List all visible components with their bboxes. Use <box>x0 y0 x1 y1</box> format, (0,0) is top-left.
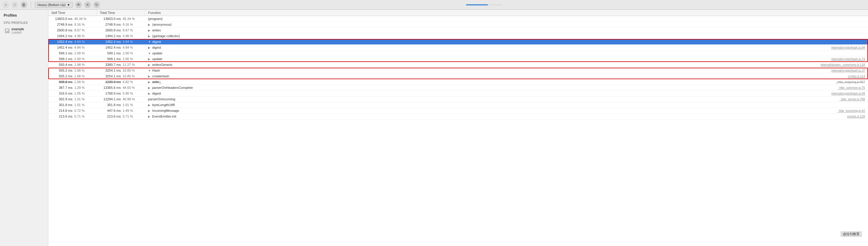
content-area: Self Time Total Time Function 13603.0 ms… <box>48 10 868 246</box>
function-label: (garbage collector) <box>152 34 180 38</box>
cell-function: ▶writev <box>145 28 868 33</box>
cell-total-time: 3254.1 ms10.85 % <box>97 68 145 73</box>
function-name: ▶writev <box>148 28 161 32</box>
cell-self-time: 2600.8 ms8.67 % <box>48 28 97 33</box>
expand-arrow-icon[interactable]: ▶ <box>148 115 151 118</box>
source-url[interactable]: internal/crypto/hash.js:94 <box>832 92 865 95</box>
function-label: parserOnHeadersComplete <box>152 86 193 89</box>
table-row[interactable]: 1452.4 ms4.84 %1452.4 ms4.84 %▶digestint… <box>48 45 868 51</box>
source-url[interactable]: _http_common.js:75 <box>838 86 865 89</box>
expand-arrow-icon[interactable]: ▶ <box>148 75 151 78</box>
function-label: update <box>152 57 162 61</box>
function-label: update <box>152 51 162 55</box>
table-row[interactable]: 2600.8 ms8.67 %2600.8 ms8.67 %▶writev <box>48 28 868 33</box>
cell-total-time: 13603.0 ms45.34 % <box>97 16 145 22</box>
function-name: ▶IncomingMessage <box>148 109 179 113</box>
table-row[interactable]: 505.2 ms1.68 %3254.1 ms10.85 %▶createHas… <box>48 73 868 79</box>
table-row[interactable]: 505.2 ms1.68 %3254.1 ms10.85 %▼Hashinter… <box>48 68 868 73</box>
source-url[interactable]: internal/stream...commons.js:118 <box>820 63 865 66</box>
profile-icon: 📊 <box>5 28 10 33</box>
table-row[interactable]: 387.7 ms1.29 %13365.6 ms44.55 %▶parserOn… <box>48 85 868 91</box>
record-button[interactable]: ● <box>2 1 9 8</box>
table-row[interactable]: 599.1 ms2.00 %599.1 ms2.00 %▶updateinter… <box>48 56 868 62</box>
function-name: ▶parserOnHeadersComplete <box>148 86 193 89</box>
sidebar-item-example[interactable]: 📊 example Loaded <box>1 26 47 35</box>
function-name: ▶createHash <box>148 74 169 78</box>
table-row[interactable]: 213.6 ms0.71 %213.6 ms0.71 %▶EventEmitte… <box>48 114 868 119</box>
cell-total-time: 12294.1 ms40.98 % <box>97 96 145 102</box>
expand-arrow-icon[interactable]: ▶ <box>148 81 151 84</box>
expand-arrow-icon[interactable]: ▶ <box>148 57 151 61</box>
expand-arrow-icon[interactable]: ▼ <box>148 40 151 43</box>
expand-arrow-icon[interactable]: ▶ <box>148 92 151 95</box>
cell-self-time: 505.2 ms1.68 % <box>48 68 97 73</box>
source-url[interactable]: _http_server.js:798 <box>840 98 865 101</box>
cell-function: ▶write__http_outgoing.js:667 <box>145 79 868 85</box>
table-row[interactable]: 593.4 ms1.98 %3380.7 ms11.27 %▶writevGen… <box>48 62 868 68</box>
expand-arrow-icon[interactable]: ▶ <box>148 109 151 113</box>
source-url[interactable]: internal/crypto/hash.js:74 <box>832 57 865 61</box>
source-url[interactable]: internal/crypto/hash.js:37 <box>832 69 865 72</box>
table-row[interactable]: 2748.9 ms9.16 %2748.9 ms9.16 %▶(anonymou… <box>48 22 868 28</box>
expand-arrow-icon[interactable]: ▶ <box>148 34 151 38</box>
function-label: IncomingMessage <box>152 109 179 113</box>
table-row[interactable]: 316.5 ms1.05 %1768.9 ms5.90 %▶digestinte… <box>48 91 868 96</box>
expand-arrow-icon[interactable]: ▶ <box>148 46 151 49</box>
table-row[interactable]: 13603.0 ms45.34 %13603.0 ms45.34 %(progr… <box>48 16 868 22</box>
source-url[interactable]: internal/crypto/hash.js:94 <box>832 46 865 49</box>
function-label: (anonymous) <box>152 23 172 26</box>
cell-function: ▶(anonymous) <box>145 22 868 27</box>
table-row[interactable]: 408.8 ms1.58 %1230.4 ms4.82 %▶write__htt… <box>48 79 868 85</box>
expand-arrow-icon[interactable]: ▼ <box>148 69 151 72</box>
cell-self-time: 599.1 ms2.00 % <box>48 56 97 62</box>
table-row[interactable]: 1494.2 ms4.98 %1494.2 ms4.98 %▶(garbage … <box>48 33 868 39</box>
table-row[interactable]: 1452.4 ms4.84 %1452.4 ms4.84 %▼digest <box>48 39 868 45</box>
sidebar-item-label: example Loaded <box>11 27 24 34</box>
function-name: ▶(anonymous) <box>148 23 172 26</box>
source-url[interactable]: _http_incoming.js:42 <box>837 109 865 113</box>
refresh-button[interactable]: ↻ <box>93 1 100 8</box>
table-row[interactable]: 301.8 ms1.01 %301.8 ms1.01 %▶byteLengthU… <box>48 102 868 108</box>
source-url[interactable]: _http_outgoing.js:667 <box>836 81 865 84</box>
eye-button[interactable]: 👁 <box>75 1 82 8</box>
table-wrapper[interactable]: Self Time Total Time Function 13603.0 ms… <box>48 10 868 246</box>
expand-arrow-icon[interactable]: ▶ <box>148 23 151 26</box>
table-body: 13603.0 ms45.34 %13603.0 ms45.34 %(progr… <box>48 16 868 119</box>
expand-arrow-icon[interactable]: ▼ <box>148 52 151 55</box>
function-label: parserOnIncoming <box>148 97 176 101</box>
cell-function: ▶digestinternal/crypto/hash.js:94 <box>145 45 868 50</box>
cell-function: (program) <box>145 16 868 22</box>
sidebar-title: Profiles <box>0 12 48 20</box>
table-row[interactable]: 599.1 ms2.00 %599.1 ms2.00 %▼update <box>48 51 868 56</box>
function-label: digest <box>152 40 161 43</box>
progress-area <box>102 4 866 5</box>
dropdown-label: Heavy (Bottom Up) <box>37 3 66 7</box>
function-name: parserOnIncoming <box>148 97 176 101</box>
table-row[interactable]: 214.8 ms0.72 %447.6 ms1.49 %▶IncomingMes… <box>48 108 868 114</box>
cell-total-time: 2748.9 ms9.16 % <box>97 22 145 28</box>
toolbar: ● ⊘ 🗑 Heavy (Bottom Up) ▼ 👁 ✕ ↻ <box>0 0 868 10</box>
expand-arrow-icon[interactable]: ▶ <box>148 86 151 89</box>
expand-arrow-icon[interactable]: ▶ <box>148 63 151 66</box>
table-row[interactable]: 302.9 ms1.01 %12294.1 ms40.98 %parserOnI… <box>48 96 868 102</box>
source-url[interactable]: crypto.js:114 <box>848 75 865 78</box>
cell-function: parserOnIncoming_http_server.js:798 <box>145 96 868 102</box>
clear-button[interactable]: 🗑 <box>21 1 27 8</box>
function-label: writev <box>152 28 161 32</box>
main-layout: Profiles CPU PROFILES 📊 example Loaded S… <box>0 10 868 246</box>
function-label: digest <box>152 92 161 95</box>
cell-self-time: 1452.4 ms4.84 % <box>48 45 97 51</box>
stop-button[interactable]: ⊘ <box>11 1 18 8</box>
cell-total-time: 1452.4 ms4.84 % <box>97 39 145 45</box>
cell-self-time: 1452.4 ms4.84 % <box>48 39 97 45</box>
source-url[interactable]: events.js:128 <box>847 115 865 118</box>
cell-total-time: 599.1 ms2.00 % <box>97 51 145 56</box>
cell-total-time: 2600.8 ms8.67 % <box>97 28 145 33</box>
cell-function: ▶parserOnHeadersComplete_http_common.js:… <box>145 85 868 90</box>
close-button[interactable]: ✕ <box>84 1 91 8</box>
expand-arrow-icon[interactable]: ▶ <box>148 103 151 107</box>
function-name: ▼Hash <box>148 69 160 72</box>
view-dropdown[interactable]: Heavy (Bottom Up) ▼ <box>35 2 73 8</box>
function-name: ▶digest <box>148 92 161 95</box>
expand-arrow-icon[interactable]: ▶ <box>148 29 151 32</box>
